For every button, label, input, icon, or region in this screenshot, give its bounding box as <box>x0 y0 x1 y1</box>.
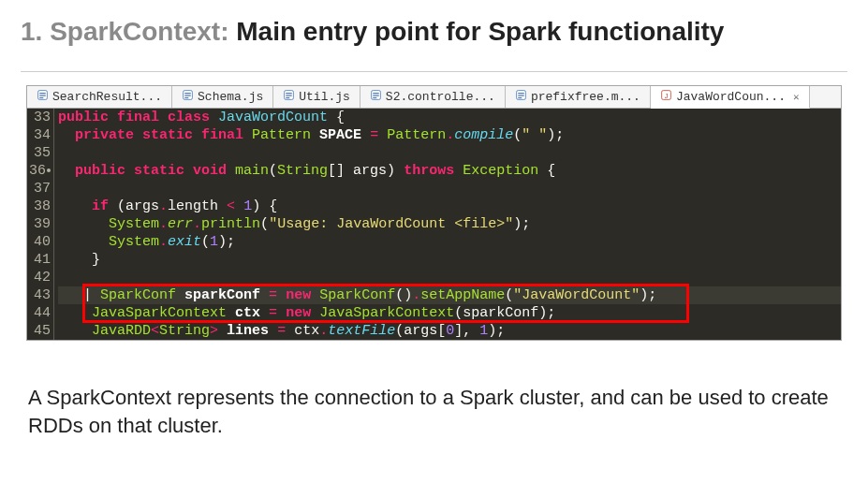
svg-rect-17 <box>518 93 524 94</box>
svg-rect-10 <box>287 95 293 96</box>
svg-rect-19 <box>518 97 522 98</box>
code-line: JavaRDD<String> lines = ctx.textFile(arg… <box>58 322 841 340</box>
line-number: 36 <box>29 162 51 180</box>
line-gutter: 33343536373839404142434445 <box>27 109 54 340</box>
code-area: 33343536373839404142434445 public final … <box>27 109 841 340</box>
file-icon <box>283 89 295 105</box>
svg-rect-15 <box>373 97 376 98</box>
svg-rect-11 <box>287 97 290 98</box>
editor-tab[interactable]: SearchResult... <box>27 86 172 108</box>
code-line: private static final Pattern SPACE = Pat… <box>58 126 841 144</box>
line-number: 34 <box>29 126 51 144</box>
line-number: 33 <box>29 109 51 126</box>
page-title: 1. SparkContext: Main entry point for Sp… <box>21 17 847 47</box>
code-line: } <box>58 251 841 269</box>
file-icon: J <box>660 89 672 105</box>
file-icon <box>182 89 194 105</box>
code-line: if (args.length < 1) { <box>58 198 841 215</box>
tab-label: Util.js <box>299 90 350 104</box>
code-line <box>58 144 841 162</box>
tab-label: JavaWordCoun... <box>676 90 786 104</box>
code-line: System.exit(1); <box>58 233 841 251</box>
svg-rect-6 <box>184 95 191 96</box>
svg-text:J: J <box>665 92 669 100</box>
code-body: public final class JavaWordCount { priva… <box>54 109 841 340</box>
svg-rect-3 <box>39 97 43 98</box>
svg-rect-9 <box>287 93 293 94</box>
editor-tab-bar: SearchResult...Schema.jsUtil.jsS2.contro… <box>27 86 841 109</box>
description-text: A SparkContext represents the connection… <box>28 384 840 439</box>
line-number: 43 <box>29 286 51 304</box>
code-line: public static void main(String[] args) t… <box>58 162 841 180</box>
tab-label: Schema.js <box>198 90 263 104</box>
editor-tab[interactable]: Schema.js <box>172 86 273 108</box>
file-icon <box>515 89 527 105</box>
code-line: public final class JavaWordCount { <box>58 109 841 126</box>
code-editor: SearchResult...Schema.jsUtil.jsS2.contro… <box>26 85 842 341</box>
svg-rect-18 <box>518 95 524 96</box>
line-number: 41 <box>29 251 51 269</box>
tab-label: S2.controlle... <box>386 90 495 104</box>
line-number: 38 <box>29 198 51 215</box>
line-number: 37 <box>29 180 51 198</box>
tab-label: SearchResult... <box>52 90 162 104</box>
svg-rect-14 <box>373 95 379 96</box>
heading-prefix: 1. SparkContext: <box>21 17 229 46</box>
tab-label: prefixfree.m... <box>531 90 640 104</box>
svg-rect-13 <box>373 93 379 94</box>
close-icon[interactable]: ✕ <box>793 91 800 103</box>
line-number: 39 <box>29 215 51 233</box>
heading-rest: Main entry point for Spark functionality <box>229 17 725 46</box>
code-line: System.err.println("Usage: JavaWordCount… <box>58 215 841 233</box>
file-icon <box>37 89 49 105</box>
svg-rect-7 <box>184 97 188 98</box>
editor-tab[interactable]: prefixfree.m... <box>506 86 651 108</box>
svg-rect-5 <box>184 93 191 94</box>
code-line: | SparkConf sparkConf = new SparkConf().… <box>58 286 841 304</box>
editor-tab[interactable]: Util.js <box>273 86 360 108</box>
file-icon <box>370 89 382 105</box>
line-number: 44 <box>29 304 51 322</box>
line-number: 35 <box>29 144 51 162</box>
line-number: 40 <box>29 233 51 251</box>
editor-tab[interactable]: S2.controlle... <box>360 86 506 108</box>
svg-rect-2 <box>39 95 46 96</box>
line-number: 45 <box>29 322 51 340</box>
line-number: 42 <box>29 269 51 286</box>
divider <box>21 71 847 72</box>
code-line <box>58 269 841 286</box>
code-line <box>58 180 841 198</box>
code-line: JavaSparkContext ctx = new JavaSparkCont… <box>58 304 841 322</box>
editor-tab[interactable]: JJavaWordCoun...✕ <box>651 86 810 109</box>
svg-rect-1 <box>39 93 46 94</box>
